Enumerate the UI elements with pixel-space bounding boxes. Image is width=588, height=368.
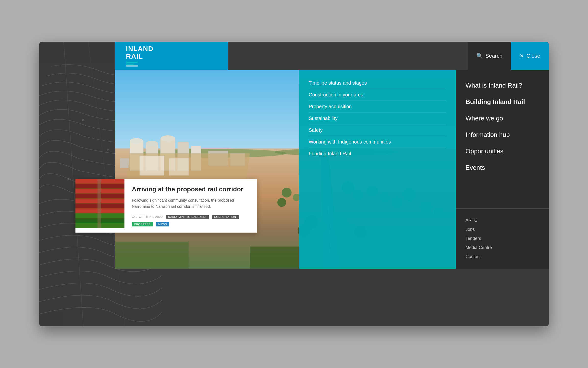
- article-content: Arriving at the proposed rail corridor F…: [124, 179, 257, 233]
- svg-rect-47: [140, 156, 164, 175]
- nav-main-item-2[interactable]: Where we go: [466, 110, 549, 127]
- search-label: Search: [485, 53, 502, 59]
- nav-footer-links: ARTC Jobs Tenders Media Centre Contact: [456, 208, 549, 269]
- logo-accent-3: [126, 66, 138, 66]
- svg-rect-48: [169, 158, 189, 175]
- article-thumbnail: [75, 179, 124, 228]
- svg-rect-60: [98, 179, 101, 228]
- article-tag-2[interactable]: PROGRESS: [132, 222, 153, 226]
- article-tag-3[interactable]: NEWS: [156, 222, 169, 226]
- search-button[interactable]: 🔍 Search: [468, 42, 511, 70]
- nav-sub-item-0[interactable]: Timeline status and stages: [309, 77, 446, 89]
- nav-footer-item-4[interactable]: Contact: [466, 252, 549, 261]
- svg-rect-43: [115, 242, 189, 269]
- nav-sub-item-1[interactable]: Construction in your area: [309, 89, 446, 101]
- logo-accent-1: [126, 62, 138, 63]
- logo-line1: INLAND: [126, 45, 153, 53]
- header: INLAND RAIL 🔍 Search ✕ Close: [115, 42, 549, 70]
- svg-point-28: [277, 198, 286, 207]
- nav-sub-item-3[interactable]: Sustainability: [309, 113, 446, 124]
- nav-sub-items: Timeline status and stages Construction …: [299, 70, 456, 167]
- svg-rect-44: [250, 247, 299, 269]
- nav-sub-item-2[interactable]: Property acquisition: [309, 101, 446, 113]
- nav-footer-item-3[interactable]: Media Centre: [466, 243, 549, 252]
- nav-sub-menu: Timeline status and stages Construction …: [299, 70, 456, 269]
- close-button[interactable]: ✕ Close: [511, 42, 549, 70]
- close-icon: ✕: [520, 53, 524, 59]
- nav-footer-item-1[interactable]: Jobs: [466, 225, 549, 234]
- article-title: Arriving at the proposed rail corridor: [132, 185, 249, 194]
- article-description: Following significant community consulta…: [132, 197, 249, 210]
- nav-main-item-5[interactable]: Events: [466, 159, 549, 176]
- article-tag-0[interactable]: NARROMINE TO NARRABRI: [166, 215, 209, 219]
- nav-sub-item-4[interactable]: Safety: [309, 124, 446, 136]
- article-tag-1[interactable]: CONSULTATION: [212, 215, 239, 219]
- nav-main-menu: What is Inland Rail? Building Inland Rai…: [456, 70, 549, 269]
- nav-sub-item-5[interactable]: Working with Indigenous communities: [309, 136, 446, 148]
- nav-main-item-3[interactable]: Information hub: [466, 127, 549, 143]
- close-label: Close: [527, 53, 540, 59]
- article-date: OCTOBER 21, 2020: [132, 215, 163, 219]
- svg-point-1: [107, 149, 109, 150]
- svg-point-17: [160, 135, 175, 142]
- svg-point-26: [282, 188, 292, 197]
- logo-accent-2: [126, 64, 135, 65]
- svg-point-0: [82, 119, 84, 121]
- nav-main-item-0[interactable]: What is Inland Rail?: [466, 77, 549, 94]
- logo[interactable]: INLAND RAIL: [115, 42, 164, 70]
- nav-main-item-4[interactable]: Opportunities: [466, 143, 549, 159]
- browser-frame: INLAND RAIL 🔍 Search ✕ Close: [39, 42, 549, 326]
- search-icon: 🔍: [476, 53, 483, 59]
- svg-point-16: [146, 141, 158, 146]
- nav-main-items: What is Inland Rail? Building Inland Rai…: [456, 70, 549, 208]
- nav-sub-item-6[interactable]: Funding Inland Rail: [309, 148, 446, 159]
- logo-line2: RAIL: [126, 53, 153, 60]
- svg-point-15: [130, 138, 143, 144]
- nav-main-item-1[interactable]: Building Inland Rail: [466, 94, 549, 110]
- nav-footer-item-2[interactable]: Tenders: [466, 234, 549, 243]
- article-meta: OCTOBER 21, 2020 NARROMINE TO NARRABRI C…: [132, 215, 249, 226]
- nav-footer-item-0[interactable]: ARTC: [466, 216, 549, 225]
- svg-point-2: [68, 178, 69, 180]
- article-card[interactable]: Arriving at the proposed rail corridor F…: [75, 179, 257, 233]
